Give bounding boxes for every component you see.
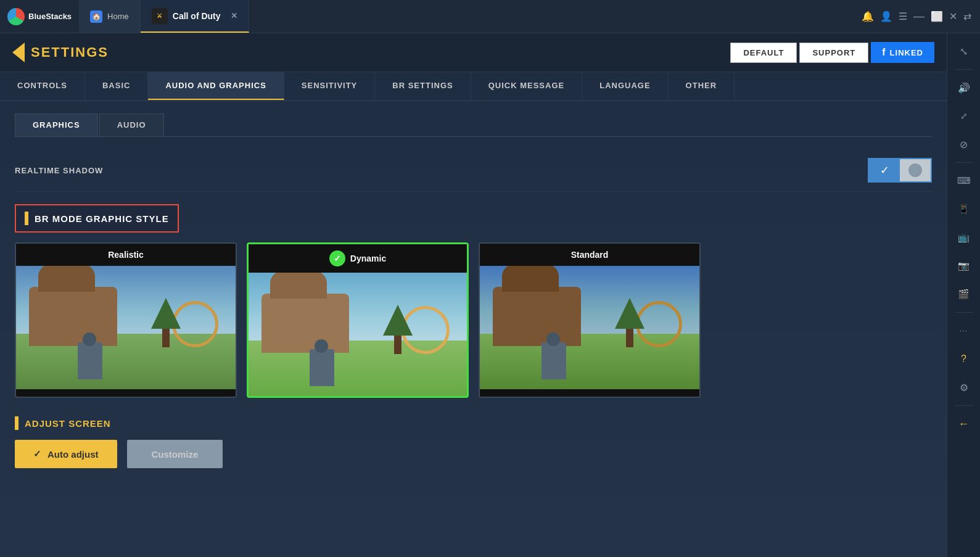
adjust-screen-section: ADJUST SCREEN ✓ Auto adjust Customize bbox=[15, 416, 932, 468]
style-card-dynamic[interactable]: ✓ Dynamic bbox=[247, 242, 469, 398]
sidebar-divider-3 bbox=[955, 312, 973, 313]
adjust-screen-title: ADJUST SCREEN bbox=[25, 418, 111, 429]
style-card-dynamic-image bbox=[249, 273, 467, 396]
linked-button[interactable]: f LINKED bbox=[871, 42, 934, 63]
auto-adjust-label: Auto adjust bbox=[47, 449, 99, 460]
realtime-shadow-row: REALTIME SHADOW ✓ bbox=[15, 149, 932, 192]
style-card-realistic[interactable]: Realistic bbox=[15, 242, 237, 398]
style-card-dynamic-label: Dynamic bbox=[350, 254, 386, 263]
br-mode-section-title: BR MODE GRAPHIC STYLE bbox=[35, 213, 169, 224]
no-entry-button[interactable]: ⊘ bbox=[952, 133, 976, 156]
auto-adjust-button[interactable]: ✓ Auto adjust bbox=[15, 440, 117, 468]
tab-home[interactable]: 🏠 Home bbox=[79, 0, 141, 33]
style-card-standard-label: Standard bbox=[571, 250, 609, 260]
titlebar: BlueStacks 🏠 Home ⚔ Call of Duty ✕ 🔔 👤 ☰… bbox=[0, 0, 980, 33]
settings-header: SETTINGS DEFAULT SUPPORT f LINKED bbox=[0, 33, 947, 72]
tab-basic[interactable]: BASIC bbox=[85, 72, 148, 100]
tab-close-icon[interactable]: ✕ bbox=[231, 11, 237, 20]
facebook-icon: f bbox=[882, 47, 886, 58]
support-button[interactable]: SUPPORT bbox=[799, 43, 868, 63]
adjust-screen-header: ADJUST SCREEN bbox=[15, 416, 932, 430]
bluestacks-title: BlueStacks bbox=[28, 12, 72, 21]
content-area: GRAPHICS AUDIO REALTIME SHADOW ✓ BR MODE… bbox=[0, 101, 947, 557]
maximize-button[interactable]: ⬜ bbox=[931, 10, 943, 22]
bluestacks-icon bbox=[7, 8, 25, 25]
style-card-standard[interactable]: Standard bbox=[479, 242, 701, 398]
tab-sensitivity[interactable]: SENSITIVITY bbox=[284, 72, 375, 100]
camera-button[interactable]: 📷 bbox=[952, 254, 976, 278]
sub-tabs: GRAPHICS AUDIO bbox=[15, 113, 932, 137]
default-button[interactable]: DEFAULT bbox=[730, 43, 797, 63]
tab-home-label: Home bbox=[107, 12, 129, 21]
gear-button[interactable]: ⚙ bbox=[952, 376, 976, 399]
tab-other[interactable]: OTHER bbox=[669, 72, 735, 100]
tab-br-settings[interactable]: BR SETTINGS bbox=[375, 72, 471, 100]
adjust-bar-icon bbox=[15, 416, 19, 430]
video-button[interactable]: 🎬 bbox=[952, 283, 976, 306]
tab-language[interactable]: LANGUAGE bbox=[582, 72, 668, 100]
settings-logo: SETTINGS bbox=[12, 43, 109, 62]
subtab-audio[interactable]: AUDIO bbox=[99, 113, 164, 136]
settings-arrow-icon bbox=[12, 43, 25, 62]
bluestacks-logo: BlueStacks bbox=[0, 8, 79, 25]
resize-button[interactable]: ⤢ bbox=[952, 104, 976, 128]
help-button[interactable]: ? bbox=[952, 347, 976, 371]
right-sidebar: ⤡ 🔊 ⤢ ⊘ ⌨ 📱 📺 📷 🎬 ··· ? ⚙ ← bbox=[947, 33, 980, 557]
circle-icon bbox=[908, 163, 922, 177]
more-button[interactable]: ··· bbox=[952, 319, 976, 342]
customize-button[interactable]: Customize bbox=[127, 440, 223, 468]
tab-quick-message[interactable]: QUICK MESSAGE bbox=[471, 72, 583, 100]
tab-controls[interactable]: CONTROLS bbox=[0, 72, 85, 100]
style-card-dynamic-header: ✓ Dynamic bbox=[249, 244, 467, 273]
section-bar-icon bbox=[25, 212, 28, 225]
tab-cod-label: Call of Duty bbox=[173, 11, 221, 21]
toggle-on[interactable]: ✓ bbox=[869, 159, 900, 181]
tab-audio-graphics[interactable]: AUDIO AND GRAPHICS bbox=[148, 72, 284, 100]
realtime-shadow-label: REALTIME SHADOW bbox=[15, 166, 868, 175]
sidebar-divider-2 bbox=[955, 162, 973, 163]
style-cards: Realistic ✓ D bbox=[15, 242, 932, 398]
adjust-buttons: ✓ Auto adjust Customize bbox=[15, 440, 932, 468]
style-card-standard-header: Standard bbox=[480, 244, 699, 266]
home-icon: 🏠 bbox=[90, 10, 102, 23]
back-arrow-button[interactable]: ← bbox=[952, 412, 976, 435]
bell-icon[interactable]: 🔔 bbox=[862, 10, 874, 22]
sidebar-divider-4 bbox=[955, 405, 973, 406]
sidebar-divider-1 bbox=[955, 69, 973, 70]
user-icon[interactable]: 👤 bbox=[880, 10, 892, 22]
expand-arrows-button[interactable]: ⤡ bbox=[952, 39, 976, 63]
selected-check-icon: ✓ bbox=[329, 250, 345, 266]
menu-icon[interactable]: ☰ bbox=[899, 10, 907, 22]
mobile-button[interactable]: 📱 bbox=[952, 197, 976, 221]
settings-title: SETTINGS bbox=[31, 44, 109, 60]
nav-tabs: CONTROLS BASIC AUDIO AND GRAPHICS SENSIT… bbox=[0, 72, 947, 101]
style-card-realistic-label: Realistic bbox=[108, 250, 144, 260]
style-card-standard-image bbox=[480, 266, 699, 389]
style-card-realistic-image bbox=[16, 266, 236, 389]
volume-button[interactable]: 🔊 bbox=[952, 76, 976, 99]
settings-panel: SETTINGS DEFAULT SUPPORT f LINKED CONTRO… bbox=[0, 33, 947, 557]
linked-label: LINKED bbox=[890, 48, 923, 57]
tab-call-of-duty[interactable]: ⚔ Call of Duty ✕ bbox=[141, 0, 249, 33]
minimize-button[interactable]: — bbox=[913, 10, 924, 23]
subtab-graphics[interactable]: GRAPHICS bbox=[15, 113, 98, 136]
style-card-realistic-header: Realistic bbox=[16, 244, 236, 266]
tv-button[interactable]: 📺 bbox=[952, 226, 976, 249]
cod-icon: ⚔ bbox=[152, 8, 168, 24]
toggle-off[interactable] bbox=[900, 159, 931, 181]
titlebar-controls: 🔔 👤 ☰ — ⬜ ✕ ⇄ bbox=[853, 10, 980, 23]
checkmark-icon: ✓ bbox=[33, 448, 41, 460]
close-button[interactable]: ✕ bbox=[949, 10, 957, 22]
app: SETTINGS DEFAULT SUPPORT f LINKED CONTRO… bbox=[0, 33, 980, 557]
keyboard-button[interactable]: ⌨ bbox=[952, 169, 976, 192]
br-mode-section-header: BR MODE GRAPHIC STYLE bbox=[15, 204, 179, 233]
realtime-shadow-toggle[interactable]: ✓ bbox=[868, 158, 932, 183]
expand-icon[interactable]: ⇄ bbox=[963, 10, 971, 22]
